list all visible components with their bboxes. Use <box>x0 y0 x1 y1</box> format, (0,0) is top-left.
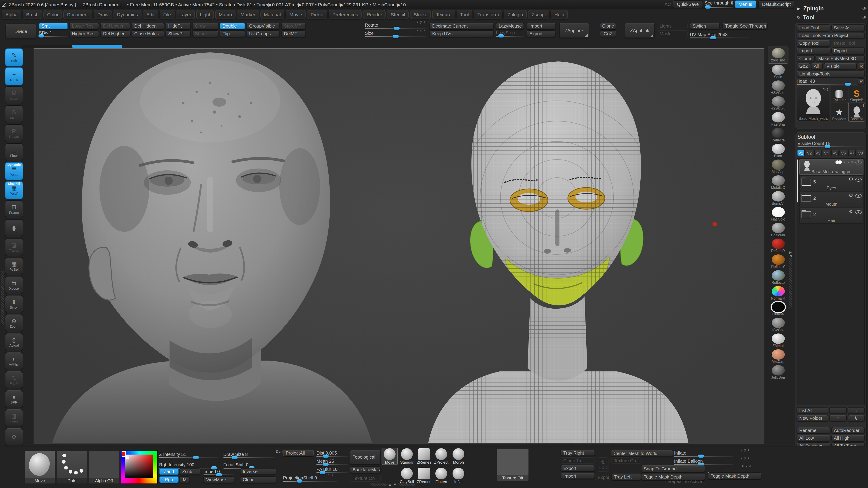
all-high-button[interactable]: All High <box>831 435 865 442</box>
dock-cube-button[interactable]: ◇ <box>5 428 23 446</box>
menu-color[interactable]: Color <box>43 10 62 19</box>
lightbox-tools-button[interactable]: Lightbox▶Tools <box>797 70 865 77</box>
uv-map-size-slider[interactable]: UV Map Size 2048 <box>690 32 750 38</box>
sdiv-slider[interactable]: SDiv 1 <box>39 30 68 37</box>
dock-move-button[interactable]: MMove <box>5 86 23 104</box>
lazymouse-button[interactable]: LazyMouse <box>496 23 524 29</box>
inflate-balloon-slider[interactable]: Inflate Balloonx y z <box>674 459 733 465</box>
tool-thumb-cylinder[interactable]: Cylinder <box>831 86 847 102</box>
menu-document[interactable]: Document <box>64 10 92 19</box>
menu-dynamics[interactable]: Dynamics <box>114 10 142 19</box>
rgb-toggle[interactable]: Rgb <box>159 476 179 483</box>
material-hsvcolo[interactable]: HSVColo <box>768 318 788 332</box>
zapplink2-button[interactable]: ZAppLink <box>625 23 655 38</box>
texture-on-button[interactable]: Texture On <box>350 475 381 482</box>
menu-draw[interactable]: Draw <box>94 10 112 19</box>
del-hidden-button[interactable]: Del Hidden <box>131 23 164 29</box>
tool-import-button[interactable]: Import <box>797 47 830 54</box>
material-scrollbar[interactable]: ▶◀ <box>789 251 792 308</box>
del-lower-button[interactable]: Del Lower <box>100 23 130 29</box>
center-mesh-to-world-button[interactable]: Center Mesh to World <box>611 450 673 457</box>
backface-mask-button[interactable]: BackfaceMask <box>350 466 381 473</box>
dock-pt-sel-button[interactable]: ▦Pt Sel <box>5 257 23 275</box>
subtool-scrollbar[interactable] <box>797 160 798 202</box>
autoreorder-button[interactable]: AutoReorder <box>831 427 865 434</box>
load-tool-button[interactable]: Load Tool <box>797 24 830 31</box>
menu-render[interactable]: Render <box>363 10 386 19</box>
toggle-mask-depth2-button[interactable]: Toggle Mask Depth <box>708 472 761 480</box>
clear-button[interactable]: Clear <box>240 476 276 483</box>
menu-stroke[interactable]: Stroke <box>410 10 431 19</box>
close-holes-button[interactable]: Close Holes <box>131 30 164 37</box>
tab-v3[interactable]: V3 <box>814 150 822 156</box>
material-normalr[interactable]: NormalR <box>768 286 788 300</box>
save-as-button[interactable]: Save As <box>831 24 865 31</box>
brush-morph[interactable]: Morph <box>451 448 466 464</box>
dock-scroll-button[interactable]: ⇕Scroll <box>5 295 23 313</box>
snap-to-ground-button[interactable]: Snap To Ground <box>641 465 705 472</box>
tool-goz-button[interactable]: GoZ <box>797 63 810 70</box>
higher-res-button[interactable]: Higher Res <box>69 30 99 37</box>
brush-inflat[interactable]: Inflat <box>451 468 466 484</box>
menu-light[interactable]: Light <box>196 10 214 19</box>
export2-button[interactable]: Export <box>595 474 610 480</box>
material-matcap[interactable]: MatCap <box>768 160 788 174</box>
new-folder-button[interactable]: New Folder <box>797 415 828 422</box>
subtool-header[interactable]: Subtool <box>798 134 865 140</box>
list-all-button[interactable]: List All <box>797 407 828 414</box>
smt-button[interactable]: Smt <box>39 23 68 29</box>
brush-standar[interactable]: Standar <box>399 448 414 464</box>
folder-gear-icon[interactable]: ⚙ <box>848 209 853 215</box>
brush-preview[interactable]: Move <box>24 451 55 484</box>
divide-button[interactable]: Divide <box>5 24 36 39</box>
size-slider[interactable]: Sizex y z <box>365 31 426 37</box>
keep-uvs-button[interactable]: Keep UVs <box>430 30 494 37</box>
halftone-icon[interactable]: ◑ <box>847 160 849 164</box>
menu-transform[interactable]: Transform <box>474 10 502 19</box>
material-zmetal[interactable]: ZMetal <box>768 333 788 348</box>
zplugin-header[interactable]: ☛ Zplugin ↺ <box>797 5 866 12</box>
load-tools-from-project-button[interactable]: Load Tools From Project <box>797 32 865 39</box>
subtool-mouth[interactable]: 2⚙Mouth <box>799 192 864 207</box>
material-hsvcolo[interactable]: HSVColo <box>768 80 788 95</box>
tool-thumb-polymesh[interactable]: ★ PolyMes <box>831 103 847 121</box>
brush-claybuil[interactable]: ClayBuil <box>399 468 414 484</box>
head-slider[interactable]: Head. 48 <box>797 78 857 85</box>
color-picker[interactable] <box>121 451 158 484</box>
material-hsvcolo[interactable]: HSVColo <box>768 96 788 111</box>
tool-clone-button[interactable]: Clone <box>797 55 815 62</box>
move-out-icon[interactable]: ↱ <box>829 415 846 422</box>
lights-button[interactable]: Lights <box>657 23 688 29</box>
rotate-slider[interactable]: Rotatex y z <box>365 23 426 29</box>
delmt-button[interactable]: DelMT <box>281 30 306 37</box>
flip-v-button[interactable]: ⇅ Flip V <box>598 457 609 472</box>
menu-alpha[interactable]: Alpha <box>2 10 21 19</box>
menu-tool[interactable]: Tool <box>456 10 472 19</box>
tab-v6[interactable]: V6 <box>840 150 847 156</box>
menu-help[interactable]: Help <box>551 10 568 19</box>
uv-circles-icon[interactable] <box>835 160 842 164</box>
menu-layer[interactable]: Layer <box>176 10 195 19</box>
saturation-value-square[interactable] <box>125 455 153 478</box>
visibility-eye-icon[interactable] <box>855 160 862 164</box>
import-button[interactable]: Import <box>527 23 556 29</box>
dock-transp-button[interactable]: ◪Transp <box>5 238 23 256</box>
menu-edit[interactable]: Edit <box>143 10 158 19</box>
uv-groups-button[interactable]: Uv Groups <box>246 30 280 37</box>
material-reflectr[interactable]: ReflectR <box>768 238 788 253</box>
mask-button[interactable]: Mask <box>657 30 688 37</box>
material-flat-colo[interactable]: Flat Colo <box>768 207 788 221</box>
tray-left-button[interactable]: Tray Left <box>611 473 641 480</box>
dock-zoom-button[interactable]: ⊕Zoom <box>5 314 23 332</box>
switch-button[interactable]: Switch <box>690 23 720 29</box>
project-all-button[interactable]: ProjectAll <box>283 450 314 456</box>
bottom-dock-handle[interactable]: ▲▼ <box>370 483 415 487</box>
material-reflecte[interactable]: Reflecte <box>768 128 788 142</box>
viewmask-button[interactable]: ViewMask <box>204 476 234 483</box>
dock-floor-button[interactable]: ⊥Floor <box>5 143 23 161</box>
material-zbro_mo[interactable]: zbro_mo <box>768 47 788 63</box>
brush-flatten[interactable]: Flatten <box>434 468 449 484</box>
del-higher-button[interactable]: Del Higher <box>100 30 130 37</box>
menu-zscript[interactable]: Zscript <box>528 10 550 19</box>
texture-import-button[interactable]: Import <box>561 473 595 479</box>
